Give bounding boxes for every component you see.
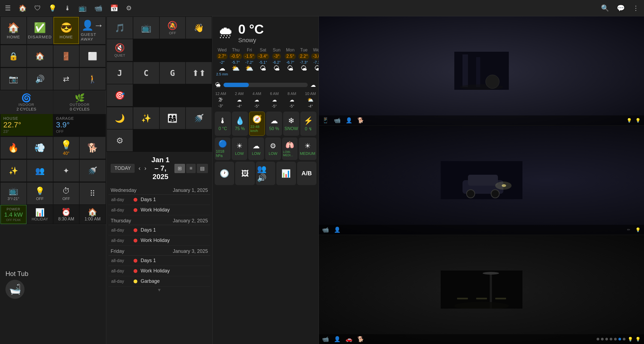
mode-btn-disarmed[interactable]: ✅ DISARMED (27, 17, 53, 44)
forecast-low: -7.3° (300, 60, 308, 64)
cam1-light1[interactable]: 💡 (627, 118, 632, 123)
camera-view-3[interactable]: 📹 👤 🚗 🐕 💡 💡 (319, 235, 644, 344)
widget-temp[interactable]: 🌡 0 °C (215, 112, 231, 136)
mode-btn-guest-away[interactable]: 👤→ GUEST AWAY (80, 17, 105, 44)
cam2-light[interactable]: 💡 (635, 227, 641, 232)
cal-icon[interactable]: 📅 (110, 4, 118, 12)
settings-icon[interactable]: ⚙ (126, 4, 132, 12)
cal-today-btn[interactable]: TODAY (111, 164, 135, 173)
record-icon[interactable]: 📹 (94, 4, 102, 12)
cal-next-btn[interactable]: › (144, 165, 146, 172)
scene-stars[interactable]: ✨ (133, 107, 159, 129)
scene-music[interactable]: 🎵 (107, 17, 133, 39)
motion-btn[interactable]: 🚶 (80, 68, 105, 90)
home-icon[interactable]: 🏠 (19, 4, 27, 12)
scene-family[interactable]: 👨‍👩‍👧 (160, 107, 186, 129)
gear-scene-icon: ⚙ (116, 136, 123, 145)
more-icon[interactable]: ⋮ (633, 4, 639, 12)
bulb-off-btn[interactable]: 💡 OFF (27, 183, 53, 204)
cal-day-date-fri: January 3, 2025 (173, 248, 208, 254)
scene-g[interactable]: G (160, 62, 186, 84)
mode-btn-home2[interactable]: 😎 HOME (53, 17, 79, 44)
timer-off-btn[interactable]: ⏱ OFF (53, 183, 79, 204)
dots-btn[interactable]: ⠿ (80, 183, 105, 204)
window-btn[interactable]: ⬜ (80, 45, 105, 67)
widget-gear2[interactable]: ⚙ LOW (265, 137, 281, 160)
widget-wind[interactable]: 🧭 22-48 km/h (249, 112, 265, 136)
time1-cell[interactable]: ⏰ 8:30 AM (53, 205, 79, 224)
widget-cloud[interactable]: ☁ 50 % (266, 112, 282, 136)
cal-view-compact[interactable]: ▤ (197, 164, 208, 173)
light-icon[interactable]: 💡 (49, 4, 57, 12)
widget-cloud2[interactable]: ☁ LOW (248, 137, 264, 160)
fireplace-btn[interactable]: 🔥 (1, 137, 26, 159)
time2-cell[interactable]: 🏠 1:00 AM (80, 205, 105, 224)
scene-gear[interactable]: ⚙ (107, 130, 133, 151)
indoor-cell[interactable]: 🌀 INDOOR 2 CYCLES (0, 90, 53, 114)
tv-btn[interactable]: 📺 3°/-21° (1, 183, 26, 204)
widget-lightning[interactable]: ⚡ 0 ↯ (300, 112, 316, 136)
hourly-12am: 12 AM 🌫 -3° (215, 91, 226, 108)
widget-pressure[interactable]: 🔵 1018 hPa (215, 137, 231, 160)
camera-view-2[interactable]: 📹 👤 ✏ 💡 (319, 126, 644, 235)
speaker-btn[interactable]: 🔊 (27, 68, 53, 90)
cam3-light2[interactable]: 💡 (635, 337, 641, 342)
hottub-icon[interactable]: 🛁 (5, 280, 25, 299)
holiday-label: HOLIDAY (32, 217, 48, 221)
scene-arrows-up[interactable]: ⬆⬆ (186, 62, 212, 84)
shower2-icon: 🚿 (194, 113, 204, 123)
action-photo[interactable]: 🖼 (235, 162, 255, 185)
dog-btn[interactable]: 🐕 (80, 137, 105, 159)
camera-btn[interactable]: 📷 (1, 68, 26, 90)
action-font[interactable]: A/B (297, 162, 316, 185)
light-btn[interactable]: 💡 40° (53, 137, 79, 159)
cam3-light1[interactable]: 💡 (628, 337, 633, 342)
garage-door-btn[interactable]: 🏠 (27, 45, 53, 67)
scene-target[interactable]: 🎯 (107, 84, 133, 106)
scene-shower2[interactable]: 🚿 (186, 107, 212, 129)
scene-j[interactable]: J (107, 62, 133, 84)
outdoor-cell[interactable]: 🌿 OUTDOOR 0 CYCLES (53, 90, 106, 114)
scene-moon[interactable]: 🌙 (107, 107, 133, 129)
alarm-off-label: OFF (169, 31, 176, 35)
widget-sun[interactable]: ☀ MEDIUM (299, 137, 316, 160)
door-btn[interactable]: 🚪 (53, 45, 79, 67)
mode-btn-home[interactable]: 🏠 HOME (1, 17, 26, 44)
cal-view-grid[interactable]: ⊞ (174, 164, 185, 173)
shield-icon[interactable]: 🛡 (34, 4, 41, 12)
camera-view-1[interactable]: 📱 📹 👤 🐕 💡 💡 (319, 16, 644, 125)
transfer-btn[interactable]: ⇄ (53, 68, 79, 90)
widget-lungs[interactable]: 🫁 LOW-MEDI... (282, 137, 298, 160)
lock-btn[interactable]: 🔒 (1, 45, 26, 67)
event-time: all-day (111, 208, 130, 213)
fan-btn[interactable]: 💨 (27, 137, 53, 159)
scene-c[interactable]: C (133, 62, 159, 84)
shower-btn[interactable]: 🚿 (80, 160, 105, 182)
search-icon[interactable]: 🔍 (601, 4, 609, 12)
sparkle-btn[interactable]: ✦ (53, 160, 79, 182)
cam-scene-3 (319, 235, 644, 344)
chat-icon[interactable]: 💬 (617, 4, 625, 12)
menu-icon[interactable]: ☰ (5, 4, 11, 12)
cal-prev-btn[interactable]: ‹ (138, 165, 140, 172)
glitter-btn[interactable]: ✨ (1, 160, 26, 182)
cal-event: all-day Work Holiday (108, 205, 210, 215)
action-chart[interactable]: 📊 (276, 162, 296, 185)
scene-quiet[interactable]: 🔇 QUIET (107, 39, 133, 61)
people-btn[interactable]: 👥 (27, 160, 53, 182)
scene-alarm-off[interactable]: 🔕 OFF (160, 17, 186, 39)
temp-icon[interactable]: 🌡 (64, 4, 71, 12)
cal-view-list[interactable]: ≡ (186, 164, 196, 173)
event-time: all-day (111, 269, 130, 274)
holiday-cell[interactable]: 📊 HOLIDAY (27, 205, 53, 224)
widget-snow[interactable]: ❄ SNOW (283, 112, 299, 136)
scene-tv[interactable]: 📺 (133, 17, 159, 39)
scene-person[interactable]: 👋 (186, 17, 212, 39)
cam1-light2[interactable]: 💡 (635, 118, 641, 123)
action-people-sound[interactable]: 👥🔊 (256, 162, 275, 185)
gear2-val: LOW (269, 151, 277, 156)
media-icon[interactable]: 📺 (78, 4, 87, 12)
widget-humidity[interactable]: 💧 75 % (232, 112, 248, 136)
action-cloud-time[interactable]: 🕐 (215, 162, 234, 185)
widget-uv[interactable]: ☀ LOW (232, 137, 247, 160)
